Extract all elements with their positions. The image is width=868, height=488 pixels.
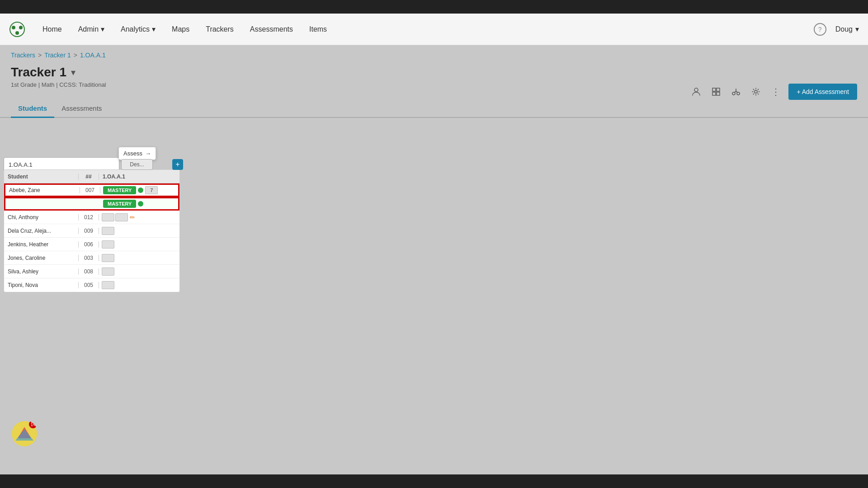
tab-assessments[interactable]: Assessments (54, 100, 109, 118)
user-chevron-icon: ▾ (855, 25, 859, 33)
col-num: ## (79, 174, 99, 180)
user-label: Doug (835, 25, 853, 33)
svg-point-1 (12, 26, 15, 29)
tabs: Students Assessments (0, 100, 868, 118)
breadcrumb-tracker1[interactable]: Tracker 1 (44, 52, 71, 59)
student-num: 008 (79, 268, 99, 275)
student-num: 009 (79, 228, 99, 234)
bottom-decorative-bar (0, 474, 868, 488)
standard-cell: ✏ (99, 213, 179, 221)
nav-right: ? Doug ▾ (814, 23, 859, 36)
standard-cell: MASTERY (100, 200, 178, 208)
plus-button[interactable]: + (172, 159, 183, 170)
student-name: Silva, Ashley (4, 268, 79, 275)
assess-button[interactable]: Assess → (118, 147, 156, 160)
more-options-icon[interactable]: ⋮ (769, 84, 783, 99)
settings-icon[interactable] (749, 84, 763, 99)
score-box[interactable] (102, 281, 114, 289)
add-assessment-button[interactable]: + Add Assessment (788, 84, 857, 100)
breadcrumb-trackers[interactable]: Trackers (11, 52, 35, 59)
student-name: Abebe, Zane (5, 187, 80, 193)
student-name: Dela Cruz, Aleja... (4, 228, 79, 234)
user-icon[interactable] (689, 84, 703, 99)
mastery-dot (138, 201, 143, 206)
app-logo[interactable] (9, 21, 25, 38)
chevron-down-icon: ▾ (152, 25, 156, 33)
score-box[interactable] (102, 240, 114, 249)
svg-rect-6 (717, 88, 720, 91)
svg-line-12 (736, 91, 737, 93)
svg-rect-8 (717, 92, 720, 95)
tab-students[interactable]: Students (11, 100, 54, 118)
main-content: Home Admin ▾ Analytics ▾ Maps Trackers A… (0, 14, 868, 474)
score-box[interactable]: 7 (145, 186, 158, 194)
student-num: 006 (79, 241, 99, 248)
user-menu[interactable]: Doug ▾ (835, 25, 859, 33)
page-title-row: Tracker 1 ▾ (11, 65, 857, 80)
mastery-dot (138, 188, 143, 193)
standard-cell (99, 240, 179, 249)
nav-items[interactable]: Items (301, 14, 335, 45)
table-row: Jenkins, Heather 006 (4, 238, 179, 251)
student-name: Jenkins, Heather (4, 241, 79, 248)
student-num: 007 (80, 187, 100, 193)
nav-analytics[interactable]: Analytics ▾ (113, 14, 164, 45)
assess-arrow-icon: → (145, 150, 151, 157)
top-decorative-bar (0, 0, 868, 14)
table-row: Dela Cruz, Aleja... 009 (4, 224, 179, 238)
score-box[interactable] (115, 213, 128, 221)
mastery-badge: MASTERY (103, 200, 136, 208)
table-row: MASTERY (4, 197, 179, 211)
breadcrumb-sep-1: > (38, 52, 42, 59)
svg-point-3 (15, 31, 19, 35)
table-header: Student ## 1.OA.A.1 (4, 170, 179, 183)
breadcrumb-current: 1.OA.A.1 (80, 52, 106, 59)
tracker-table: Student ## 1.OA.A.1 Abebe, Zane 007 MAST… (4, 169, 180, 292)
navbar: Home Admin ▾ Analytics ▾ Maps Trackers A… (0, 14, 868, 45)
score-box[interactable] (102, 254, 114, 262)
standard-cell (99, 254, 179, 262)
standard-cell (99, 267, 179, 276)
student-name: Chi, Anthony (4, 214, 79, 221)
nav-admin[interactable]: Admin ▾ (70, 14, 113, 45)
table-row: Chi, Anthony 012 ✏ (4, 211, 179, 224)
title-chevron-icon[interactable]: ▾ (71, 67, 75, 78)
score-box[interactable] (102, 213, 114, 221)
table-row: Jones, Caroline 003 (4, 251, 179, 265)
toolbar-right: ⋮ + Add Assessment (689, 84, 857, 100)
chevron-down-icon: ▾ (101, 25, 104, 33)
standard-cell (99, 227, 179, 235)
page-title: Tracker 1 (11, 65, 66, 80)
score-box[interactable] (102, 267, 114, 276)
score-pair (102, 213, 128, 221)
nav-home[interactable]: Home (34, 14, 70, 45)
standard-cell: MASTERY 7 (100, 186, 178, 194)
floating-widget[interactable]: 14 (11, 420, 38, 447)
col-standard: 1.OA.A.1 (99, 174, 179, 180)
student-num: 012 (79, 214, 99, 221)
edit-icon[interactable]: ✏ (130, 214, 135, 221)
nav-assessments[interactable]: Assessments (242, 14, 301, 45)
table-row: Abebe, Zane 007 MASTERY 7 (4, 183, 179, 197)
mastery-badge: MASTERY (103, 186, 136, 194)
breadcrumb: Trackers > Tracker 1 > 1.OA.A.1 (0, 45, 868, 65)
table-row: Silva, Ashley 008 (4, 265, 179, 278)
score-box[interactable] (102, 227, 114, 235)
nav-maps[interactable]: Maps (164, 14, 198, 45)
scissors-icon[interactable] (729, 84, 743, 99)
table-row: Tiponi, Nova 005 (4, 278, 179, 292)
notification-badge: 14 (29, 420, 37, 428)
help-button[interactable]: ? (814, 23, 826, 36)
des-button[interactable]: Des... (121, 159, 153, 170)
svg-point-14 (755, 90, 757, 93)
student-num: 005 (79, 282, 99, 288)
col-student: Student (4, 174, 79, 180)
grid-icon[interactable] (709, 84, 723, 99)
standard-cell (99, 281, 179, 289)
breadcrumb-sep-2: > (74, 52, 77, 59)
nav-trackers[interactable]: Trackers (198, 14, 242, 45)
svg-rect-7 (712, 92, 716, 95)
assess-label: Assess (123, 150, 142, 157)
svg-point-4 (694, 88, 698, 92)
svg-rect-5 (712, 88, 716, 91)
